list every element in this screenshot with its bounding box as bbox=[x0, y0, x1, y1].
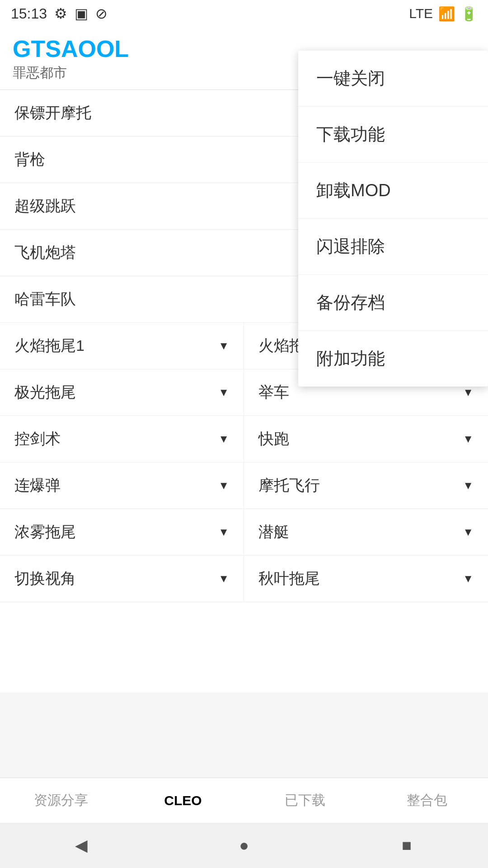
item-label: 哈雷车队 bbox=[14, 289, 76, 310]
item-label: 浓雾拖尾 bbox=[14, 522, 76, 542]
dropdown-arrow-icon: ▼ bbox=[218, 479, 229, 492]
item-label: 连爆弹 bbox=[14, 475, 61, 496]
item-label: 切换视角 bbox=[14, 568, 76, 589]
grid-item-aurora-tail[interactable]: 极光拖尾 ▼ bbox=[0, 369, 244, 416]
dropdown-item-one-click-close[interactable]: 一键关闭 bbox=[298, 51, 488, 107]
battery-icon: 🔋 bbox=[460, 6, 477, 22]
dropdown-arrow-icon: ▼ bbox=[463, 433, 474, 445]
grid-item-fog-tail[interactable]: 浓雾拖尾 ▼ bbox=[0, 509, 244, 556]
nav-bar: ◀ ● ■ bbox=[0, 823, 488, 868]
grid-item-flame-tail-1[interactable]: 火焰拖尾1 ▼ bbox=[0, 323, 244, 369]
back-button[interactable]: ◀ bbox=[63, 832, 99, 859]
status-bar: 15:13 ⚙ ▣ ⊘ LTE 📶 🔋 bbox=[0, 0, 488, 27]
dropdown-arrow-icon: ▼ bbox=[218, 572, 229, 585]
sim-icon: ▣ bbox=[75, 5, 88, 22]
recent-button[interactable]: ■ bbox=[389, 832, 425, 859]
home-icon: ● bbox=[239, 836, 249, 855]
dropdown-item-unload-mod[interactable]: 卸载MOD bbox=[298, 163, 488, 219]
grid-item-quick-run[interactable]: 快跑 ▼ bbox=[244, 416, 488, 462]
block-icon: ⊘ bbox=[95, 5, 108, 22]
tab-label: CLEO bbox=[164, 793, 202, 808]
item-label: 飞机炮塔 bbox=[14, 242, 76, 263]
dropdown-item-crash-exclude[interactable]: 闪退排除 bbox=[298, 219, 488, 275]
item-label: 潜艇 bbox=[258, 522, 289, 542]
dropdown-arrow-icon: ▼ bbox=[218, 526, 229, 538]
header-container: GTSAOOL 罪恶都市 一键关闭 下载功能 卸载MOD 闪退排除 备份存档 附… bbox=[0, 27, 488, 90]
item-label: 极光拖尾 bbox=[14, 382, 76, 403]
signal-icon: 📶 bbox=[438, 6, 455, 22]
tab-cleo[interactable]: CLEO bbox=[122, 778, 244, 823]
status-right: LTE 📶 🔋 bbox=[409, 6, 477, 22]
grid-item-sword-control[interactable]: 控剑术 ▼ bbox=[0, 416, 244, 462]
status-time: 15:13 bbox=[11, 5, 47, 22]
tab-integration-pack[interactable]: 整合包 bbox=[366, 778, 488, 823]
item-label: 举车 bbox=[258, 382, 289, 403]
grid-item-autumn-leaf[interactable]: 秋叶拖尾 ▼ bbox=[244, 556, 488, 602]
dropdown-item-backup-save[interactable]: 备份存档 bbox=[298, 275, 488, 331]
grid-item-chain-bomb[interactable]: 连爆弹 ▼ bbox=[0, 462, 244, 509]
recent-icon: ■ bbox=[402, 836, 412, 855]
gear-icon: ⚙ bbox=[54, 5, 67, 22]
item-label: 控剑术 bbox=[14, 429, 61, 449]
home-button[interactable]: ● bbox=[226, 832, 262, 859]
tab-label: 已下载 bbox=[285, 791, 325, 810]
item-label: 背枪 bbox=[14, 149, 45, 170]
dropdown-arrow-icon: ▼ bbox=[463, 572, 474, 585]
dropdown-menu: 一键关闭 下载功能 卸载MOD 闪退排除 备份存档 附加功能 bbox=[298, 51, 488, 387]
grid-item-submarine[interactable]: 潜艇 ▼ bbox=[244, 509, 488, 556]
tab-label: 整合包 bbox=[407, 791, 447, 810]
bottom-tab-bar: 资源分享 CLEO 已下载 整合包 bbox=[0, 778, 488, 823]
dropdown-arrow-icon: ▼ bbox=[218, 386, 229, 399]
dropdown-arrow-icon: ▼ bbox=[463, 479, 474, 492]
dropdown-arrow-icon: ▼ bbox=[218, 433, 229, 445]
item-label: 超级跳跃 bbox=[14, 196, 76, 217]
dropdown-arrow-icon: ▼ bbox=[463, 386, 474, 399]
item-label: 保镖开摩托 bbox=[14, 103, 91, 123]
tab-resource-share[interactable]: 资源分享 bbox=[0, 778, 122, 823]
item-label: 摩托飞行 bbox=[258, 475, 320, 496]
grid-item-switch-view[interactable]: 切换视角 ▼ bbox=[0, 556, 244, 602]
tab-downloaded[interactable]: 已下载 bbox=[244, 778, 366, 823]
dropdown-arrow-icon: ▼ bbox=[463, 526, 474, 538]
lte-label: LTE bbox=[409, 6, 433, 21]
dropdown-item-extra-functions[interactable]: 附加功能 bbox=[298, 331, 488, 387]
back-icon: ◀ bbox=[75, 836, 88, 855]
dropdown-item-download-function[interactable]: 下载功能 bbox=[298, 107, 488, 163]
dropdown-arrow-icon: ▼ bbox=[218, 340, 229, 352]
item-label: 快跑 bbox=[258, 429, 289, 449]
grid-item-moto-fly[interactable]: 摩托飞行 ▼ bbox=[244, 462, 488, 509]
tab-label: 资源分享 bbox=[34, 791, 88, 810]
status-left: 15:13 ⚙ ▣ ⊘ bbox=[11, 5, 108, 22]
item-label: 火焰拖尾1 bbox=[14, 335, 84, 356]
item-label: 秋叶拖尾 bbox=[258, 568, 320, 589]
